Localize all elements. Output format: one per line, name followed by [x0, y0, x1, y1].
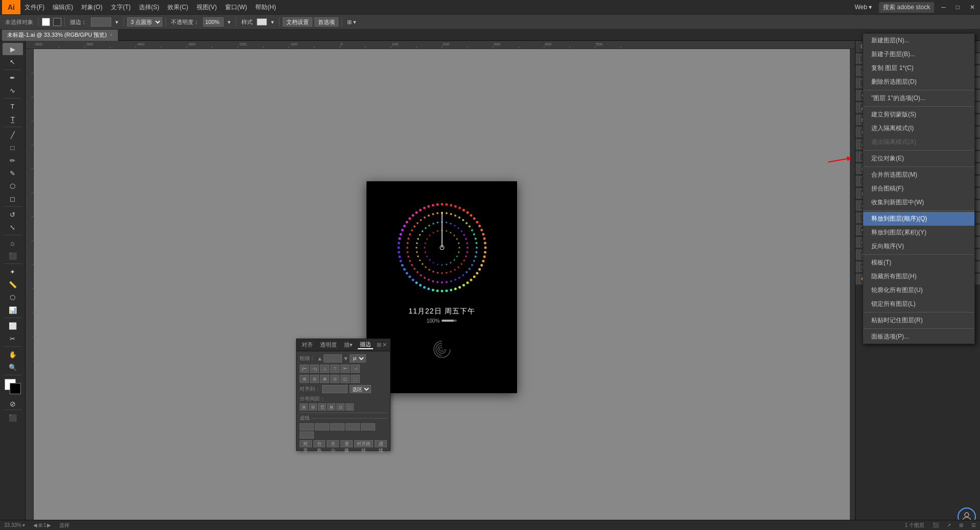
zoom-level[interactable]: 33.33% ▾ [4, 522, 25, 528]
menu-object[interactable]: 对象(O) [77, 0, 106, 14]
cm-enter-isolation[interactable]: 进入隔离模式(I) [863, 122, 974, 135]
cm-reverse-order[interactable]: 反向顺序(V) [863, 239, 974, 253]
fp-stroke-even-btn[interactable]: 对齐 [300, 440, 312, 447]
tool-curvature[interactable]: ∿ [3, 84, 23, 97]
cm-hide-all[interactable]: 隐藏所有图层(H) [863, 270, 974, 283]
opacity-input[interactable] [203, 17, 224, 27]
tool-artboard[interactable]: ⬜ [3, 320, 23, 332]
tool-scale[interactable]: ⤡ [3, 221, 23, 233]
tool-paintbrush[interactable]: ✏ [3, 154, 23, 166]
arrange-icon[interactable]: ⊞ ▾ [345, 16, 358, 28]
fp-transform-btn-2[interactable]: ⊟ [309, 403, 317, 411]
cm-collect-new[interactable]: 收集到新图层中(W) [863, 196, 974, 209]
fp-tab-transparency[interactable]: 透明度 [318, 341, 339, 349]
cm-template[interactable]: 模板(T) [863, 256, 974, 270]
fp-stroke-path-btn[interactable]: 对齐路径 [354, 440, 373, 447]
fp-tab-width[interactable]: 描▾ [342, 341, 355, 349]
artboard-area[interactable]: 11月22日 周五下午 100% [34, 49, 850, 525]
tool-pen[interactable]: ✒ [3, 71, 23, 84]
fp-stroke-transform-btn[interactable]: 变换 [340, 440, 353, 447]
cm-release-seq[interactable]: 释放到图层(顺序)(Q) [863, 212, 974, 226]
cm-merge-selected[interactable]: 合并所选图层(M) [863, 168, 974, 182]
cm-new-layer[interactable]: 新建图层(N)... [863, 34, 974, 47]
tool-direct-select[interactable]: ↖ [3, 56, 23, 68]
menu-effect[interactable]: 效果(C) [163, 0, 192, 14]
fp-weight-input[interactable] [324, 354, 342, 363]
fp-weight-down-icon[interactable]: ▼ [343, 355, 349, 362]
menu-select[interactable]: 选择(S) [135, 0, 163, 14]
fp-align-btn-4[interactable]: ⊤ [330, 365, 339, 373]
fp-weight-up-icon[interactable]: ▲ [317, 355, 323, 362]
fill-none-icon[interactable]: ⊘ [10, 400, 16, 408]
tool-select[interactable]: ▶ [3, 43, 23, 55]
fp-transform-btn-1[interactable]: ⊞ [300, 403, 308, 411]
tool-slice[interactable]: ✂ [3, 332, 23, 345]
tool-draw-mode[interactable]: ⬛ [3, 412, 23, 424]
tool-free-transform[interactable]: ⬛ [3, 250, 23, 262]
tab-main[interactable]: 未标题-1.ai @ 33.33% (RGB/GPU 预览) × [2, 30, 118, 41]
tab-close-btn[interactable]: × [110, 32, 113, 38]
cm-flatten[interactable]: 拼合图稿(F) [863, 182, 974, 196]
tool-chart[interactable]: 📊 [3, 304, 23, 316]
fp-align-btn-5[interactable]: ⊢ [340, 365, 350, 373]
cm-release-accum[interactable]: 释放到图层(累积)(Y) [863, 226, 974, 239]
tool-hand[interactable]: ✋ [3, 348, 23, 360]
fp-close-icon[interactable]: ✕ [382, 342, 387, 348]
fp-dash-input-1[interactable] [300, 423, 314, 430]
tool-rect[interactable]: □ [3, 141, 23, 154]
menu-file[interactable]: 文件(F) [20, 0, 48, 14]
stroke-input[interactable] [91, 17, 111, 27]
cm-exit-isolation[interactable]: 退出隔离模式(X) [863, 135, 974, 149]
fp-align-btn-1[interactable]: |⊢ [300, 365, 309, 373]
tool-pencil[interactable]: ✎ [3, 167, 23, 179]
prev-page-btn[interactable]: ◀ [33, 522, 37, 528]
fp-dash-input-3[interactable] [361, 423, 375, 430]
cm-panel-options[interactable]: 面板选项(P)... [863, 330, 974, 344]
fp-weight-unit[interactable]: pt [350, 354, 366, 363]
tool-zoom[interactable]: 🔍 [3, 361, 23, 373]
fp-align-to-input[interactable] [322, 385, 348, 393]
fp-align-btn-3[interactable]: ⊥ [320, 365, 329, 373]
fp-transform-btn-5[interactable]: ⊡ [336, 403, 345, 411]
fp-tab-stroke[interactable]: 描边 [358, 341, 373, 349]
fp-align-btn-6[interactable]: ⊣ [351, 365, 360, 373]
fp-gap-input-1[interactable] [315, 423, 329, 430]
fp-gap-input-3[interactable] [300, 431, 314, 439]
tool-warp[interactable]: ⌂ [3, 237, 23, 249]
fp-align-btn-2[interactable]: ⊣| [310, 365, 319, 373]
cm-paste-remembers[interactable]: 粘贴时记住图层(R) [863, 314, 974, 327]
tool-eraser[interactable]: ◻ [3, 192, 23, 205]
fp-dist-btn-1[interactable]: ⊞ [300, 375, 309, 383]
doc-setup-btn[interactable]: 文档设置 [283, 17, 312, 27]
close-btn[interactable]: ✕ [967, 4, 978, 11]
preferences-btn[interactable]: 首选项 [314, 17, 338, 27]
cm-layer-options[interactable]: "图层 1"的选项(O)... [863, 91, 974, 105]
fp-dash-input-2[interactable] [330, 423, 345, 430]
fp-stroke-align-btn[interactable]: 分布 [313, 440, 326, 447]
menu-text[interactable]: 文字(T) [107, 0, 135, 14]
tool-type[interactable]: T [3, 100, 23, 112]
fp-dist-btn-2[interactable]: ⊟ [310, 375, 319, 383]
fp-transform-btn-6[interactable]: ⬚ [346, 403, 354, 411]
cm-duplicate-layer[interactable]: 复制 图层 1*(C) [863, 61, 974, 75]
page-input[interactable]: 1 [43, 522, 46, 528]
tool-measure[interactable]: 📏 [3, 278, 23, 291]
fp-transform-btn-3[interactable]: ☰ [318, 403, 326, 411]
cm-locate-object[interactable]: 定位对象(E) [863, 152, 974, 165]
cm-outline-all[interactable]: 轮廓化所有图层(U) [863, 283, 974, 297]
cm-lock-all[interactable]: 锁定所有图层(L) [863, 297, 974, 311]
cm-new-sub-layer[interactable]: 新建子图层(B)... [863, 47, 974, 61]
fp-transform-btn-4[interactable]: ⊠ [327, 403, 335, 411]
next-page-btn[interactable]: ▶ [47, 522, 51, 528]
minimize-btn[interactable]: ─ [938, 4, 949, 11]
stroke-swatch[interactable] [53, 18, 61, 26]
tool-touch-type[interactable]: T̲ [3, 113, 23, 125]
fp-dist-btn-6[interactable]: ⬚ [351, 375, 360, 383]
maximize-btn[interactable]: □ [953, 4, 963, 11]
fp-stroke-size-btn[interactable]: 大小 [327, 440, 339, 447]
search-box[interactable]: 搜索 adobe stock [879, 2, 934, 13]
fp-gap-input-2[interactable] [346, 423, 360, 430]
style-swatch[interactable] [257, 18, 267, 26]
bg-color-swatch[interactable] [10, 383, 21, 394]
tool-blend[interactable]: ⬡ [3, 291, 23, 303]
